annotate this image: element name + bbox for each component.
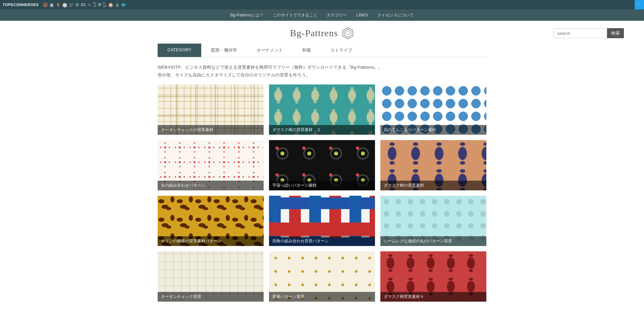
pattern-card-2[interactable]: 花のてんこもりパターン素材 xyxy=(380,84,486,135)
pattern-grid: タータンチェックの背景素材ダマスク柄の背景素材 ２花のてんこもりパターン素材丸の… xyxy=(158,84,486,302)
nav-item-license[interactable]: ライセンスについて xyxy=(377,12,414,18)
pattern-label-1: ダマスク柄の背景素材 ２ xyxy=(269,125,375,135)
tool-icon-bear[interactable]: 🐻 xyxy=(43,2,48,7)
logo-hexagon-icon xyxy=(341,27,354,40)
twitter-icon: 🐦 xyxy=(637,2,642,7)
description-line2: 色や形、サイズも自由にカスタマイズして自分のオリジナルの背景を作ろう。 xyxy=(158,71,486,79)
tab-ornament[interactable]: オーナメント xyxy=(247,44,292,57)
pattern-card-3[interactable]: 丸の組み合わせパターン xyxy=(158,140,264,190)
toolbar: TOPECONHEROES 🐻 ▣ 🧍 ⬤ 🕊 ⚙ EC ∿ FLAT P ic… xyxy=(0,0,644,9)
pattern-card-5[interactable]: ダマスク柄の背景素材 xyxy=(380,140,486,190)
search-input[interactable] xyxy=(553,28,607,38)
tool-icon-ic[interactable]: icon xyxy=(103,2,106,8)
nav-item-category[interactable]: カテゴリー xyxy=(327,12,347,18)
pattern-label-9: タータンチェック背景 xyxy=(158,292,264,302)
pattern-label-0: タータンチェックの背景素材 xyxy=(158,125,264,135)
tab-geometric[interactable]: 図形・幾何学 xyxy=(201,44,247,57)
svg-marker-2 xyxy=(346,31,350,35)
pattern-label-6: キリンの模様の背景素材パターン xyxy=(158,236,264,246)
tool-icon-gear[interactable]: ⚙ xyxy=(75,2,79,7)
toolbar-icons: 🐻 ▣ 🧍 ⬤ 🕊 ⚙ EC ∿ FLAT P icon 🏠 🖨 🐦 xyxy=(43,2,641,8)
search-area: 検索 xyxy=(553,28,624,38)
tool-icon-fl[interactable]: FLAT xyxy=(93,2,97,8)
pattern-card-1[interactable]: ダマスク柄の背景素材 ２ xyxy=(269,84,375,135)
tab-stripe[interactable]: ストライプ xyxy=(321,44,362,57)
pattern-label-8: シームレスな連続の丸のパターン背景 xyxy=(380,236,486,246)
pattern-label-3: 丸の組み合わせパターン xyxy=(158,181,264,190)
tab-japanese[interactable]: 和風 xyxy=(292,44,321,57)
category-tabs: CATEGORY 図形・幾何学 オーナメント 和風 ストライプ xyxy=(158,44,486,57)
pattern-label-11: ダマスク柄背景素材４ xyxy=(380,292,486,302)
tool-icon-bird[interactable]: 🕊 xyxy=(69,2,73,7)
description: WEBやDTP、ビジネス資料などで使える背景素材を商用可でフリー（無料）ダウンロ… xyxy=(158,63,486,79)
pattern-card-4[interactable]: 宇宙っぽいパターン素材 xyxy=(269,140,375,190)
tool-icon-p[interactable]: P xyxy=(98,2,101,7)
pattern-card-0[interactable]: タータンチェックの背景素材 xyxy=(158,84,264,135)
pattern-label-4: 宇宙っぽいパターン素材 xyxy=(269,181,375,190)
nav-item-links[interactable]: LINKS xyxy=(356,13,368,17)
pattern-card-10[interactable]: 星柄パターン背景 xyxy=(269,251,375,302)
tool-icon-ec[interactable]: EC xyxy=(81,3,86,7)
pattern-card-9[interactable]: タータンチェック背景 xyxy=(158,251,264,302)
pattern-label-5: ダマスク柄の背景素材 xyxy=(380,181,486,190)
logo-text: Bg-Pattrens xyxy=(290,28,338,39)
pattern-label-10: 星柄パターン背景 xyxy=(269,292,375,302)
nav-bar: Bg-Patternsとは？ このサイトでできること カテゴリー LINKS ラ… xyxy=(0,9,644,21)
logo-area: Bg-Pattrens xyxy=(290,27,354,40)
tool-icon-bird2[interactable]: 🐦 xyxy=(121,2,126,7)
nav-item-about[interactable]: Bg-Patternsとは？ xyxy=(230,12,264,18)
pattern-card-8[interactable]: シームレスな連続の丸のパターン背景 xyxy=(380,196,486,246)
pattern-card-11[interactable]: ダマスク柄背景素材４ xyxy=(380,251,486,302)
tool-icon-person[interactable]: 🧍 xyxy=(55,2,61,7)
tool-icon-house[interactable]: 🏠 xyxy=(108,2,113,7)
header: Bg-Pattrens 検索 xyxy=(0,21,644,44)
tool-icon-circle[interactable]: ⬤ xyxy=(62,2,67,7)
tab-category[interactable]: CATEGORY xyxy=(158,44,201,57)
svg-marker-1 xyxy=(344,29,351,37)
toolbar-brand: TOPECONHEROES xyxy=(3,3,39,7)
tool-icon-frame[interactable]: ▣ xyxy=(50,2,54,7)
twitter-button[interactable]: 🐦 xyxy=(635,0,644,9)
pattern-card-7[interactable]: 四角の組み合わせ背景パターン xyxy=(269,196,375,246)
search-button[interactable]: 検索 xyxy=(607,28,624,38)
nav-item-features[interactable]: このサイトでできること xyxy=(273,12,317,18)
pattern-card-6[interactable]: キリンの模様の背景素材パターン xyxy=(158,196,264,246)
description-line1: WEBやDTP、ビジネス資料などで使える背景素材を商用可でフリー（無料）ダウンロ… xyxy=(158,63,486,71)
pattern-label-7: 四角の組み合わせ背景パターン xyxy=(269,236,375,246)
tool-icon-wave[interactable]: ∿ xyxy=(88,2,91,7)
pattern-label-2: 花のてんこもりパターン素材 xyxy=(380,125,486,135)
tool-icon-print[interactable]: 🖨 xyxy=(115,2,119,7)
